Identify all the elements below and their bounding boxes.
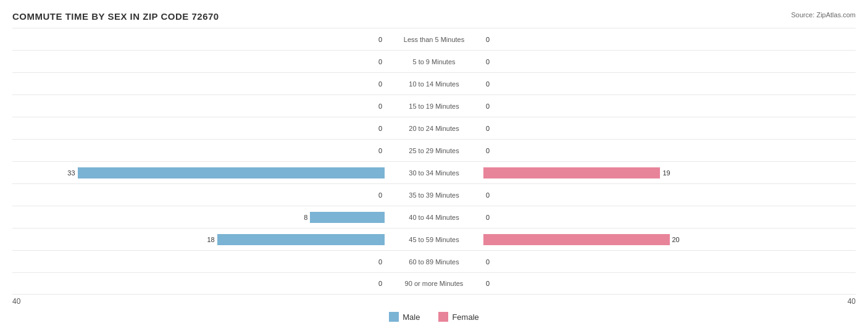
bar-male (310, 212, 385, 223)
val-female: 0 (486, 214, 490, 221)
val-female: 0 (486, 80, 490, 88)
val-male: 0 (378, 258, 382, 266)
val-female: 0 (486, 58, 490, 65)
val-male: 0 (378, 103, 382, 110)
val-female: 19 (662, 169, 670, 177)
table-row: 90 or more Minutes00 (12, 272, 856, 295)
table-row: 60 to 89 Minutes00 (12, 250, 856, 272)
val-male: 0 (378, 280, 382, 287)
val-male: 0 (378, 58, 382, 65)
row-label: 40 to 44 Minutes (385, 214, 483, 221)
bar-male (78, 167, 385, 178)
axis-left: 40 (12, 297, 20, 306)
val-male: 0 (378, 191, 382, 199)
row-label: 90 or more Minutes (385, 280, 483, 287)
val-male: 18 (207, 236, 214, 243)
table-row: 15 to 19 Minutes00 (12, 94, 856, 117)
bar-female (483, 167, 660, 178)
val-female: 0 (486, 125, 490, 132)
table-row: 5 to 9 Minutes00 (12, 50, 856, 72)
legend-male-box (389, 312, 399, 322)
legend-female: Female (438, 312, 478, 322)
row-label: 25 to 29 Minutes (385, 147, 483, 154)
row-label: 35 to 39 Minutes (385, 191, 483, 199)
row-label: 10 to 14 Minutes (385, 80, 483, 88)
val-male: 0 (378, 36, 382, 43)
table-row: 30 to 34 Minutes3319 (12, 161, 856, 183)
table-row: 40 to 44 Minutes80 (12, 206, 856, 228)
val-female: 20 (672, 236, 680, 243)
row-label: 60 to 89 Minutes (385, 258, 483, 266)
table-row: 25 to 29 Minutes00 (12, 139, 856, 161)
row-label: Less than 5 Minutes (385, 36, 483, 43)
row-label: 45 to 59 Minutes (385, 236, 483, 243)
row-label: 20 to 24 Minutes (385, 125, 483, 132)
legend-male-label: Male (403, 313, 420, 322)
legend-male: Male (389, 312, 420, 322)
table-row: 20 to 24 Minutes00 (12, 117, 856, 139)
row-label: 30 to 34 Minutes (385, 169, 483, 177)
table-row: 10 to 14 Minutes00 (12, 72, 856, 94)
val-male: 8 (304, 214, 307, 221)
val-female: 0 (486, 36, 490, 43)
bar-male (217, 234, 385, 245)
val-male: 0 (378, 147, 382, 154)
val-male: 0 (378, 80, 382, 88)
val-female: 0 (486, 191, 490, 199)
source-label: Source: ZipAtlas.com (791, 11, 856, 19)
chart-title: COMMUTE TIME BY SEX IN ZIP CODE 72670 (12, 11, 856, 22)
val-female: 0 (486, 103, 490, 110)
legend-female-box (438, 312, 448, 322)
bar-female (483, 234, 670, 245)
val-male: 0 (378, 125, 382, 132)
chart-container: COMMUTE TIME BY SEX IN ZIP CODE 72670 So… (0, 0, 868, 323)
row-label: 15 to 19 Minutes (385, 103, 483, 110)
legend-female-label: Female (452, 313, 478, 322)
axis-labels: 40 40 (12, 295, 856, 308)
legend: Male Female (12, 312, 856, 322)
axis-right: 40 (848, 297, 856, 306)
table-row: 45 to 59 Minutes1820 (12, 228, 856, 250)
val-female: 0 (486, 280, 490, 287)
table-row: Less than 5 Minutes00 (12, 28, 856, 50)
table-row: 35 to 39 Minutes00 (12, 183, 856, 206)
val-male: 33 (67, 169, 75, 177)
val-female: 0 (486, 147, 490, 154)
val-female: 0 (486, 258, 490, 266)
rows-area: Less than 5 Minutes005 to 9 Minutes0010 … (12, 28, 856, 295)
row-label: 5 to 9 Minutes (385, 58, 483, 65)
